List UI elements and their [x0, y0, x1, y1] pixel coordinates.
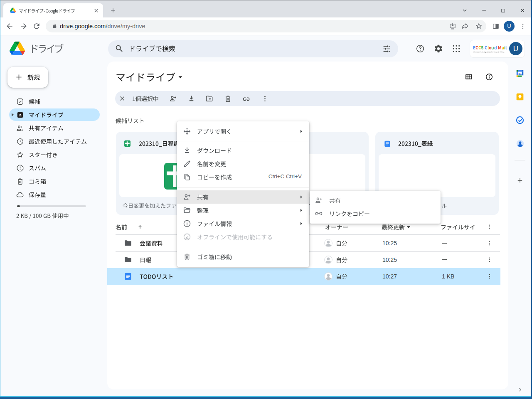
svg-text:31: 31 [518, 72, 522, 76]
